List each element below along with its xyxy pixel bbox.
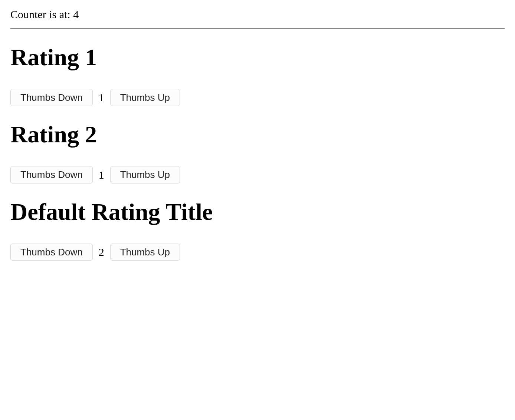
rating-title-1: Rating 1 bbox=[10, 44, 505, 71]
thumbs-down-button[interactable]: Thumbs Down bbox=[10, 244, 93, 261]
rating-controls-2: Thumbs Down 1 Thumbs Up bbox=[10, 166, 505, 183]
rating-title-3: Default Rating Title bbox=[10, 198, 505, 226]
thumbs-down-button[interactable]: Thumbs Down bbox=[10, 166, 93, 183]
rating-value-1: 1 bbox=[98, 91, 105, 104]
divider bbox=[10, 28, 505, 29]
counter-label: Counter is at: bbox=[10, 8, 73, 20]
rating-controls-3: Thumbs Down 2 Thumbs Up bbox=[10, 244, 505, 261]
thumbs-down-button[interactable]: Thumbs Down bbox=[10, 89, 93, 106]
rating-value-2: 1 bbox=[98, 169, 105, 181]
counter-status: Counter is at: 4 bbox=[10, 8, 505, 21]
rating-value-3: 2 bbox=[98, 246, 105, 258]
rating-title-2: Rating 2 bbox=[10, 121, 505, 148]
thumbs-up-button[interactable]: Thumbs Up bbox=[110, 166, 180, 183]
thumbs-up-button[interactable]: Thumbs Up bbox=[110, 244, 180, 261]
rating-controls-1: Thumbs Down 1 Thumbs Up bbox=[10, 89, 505, 106]
counter-value: 4 bbox=[73, 8, 79, 20]
thumbs-up-button[interactable]: Thumbs Up bbox=[110, 89, 180, 106]
